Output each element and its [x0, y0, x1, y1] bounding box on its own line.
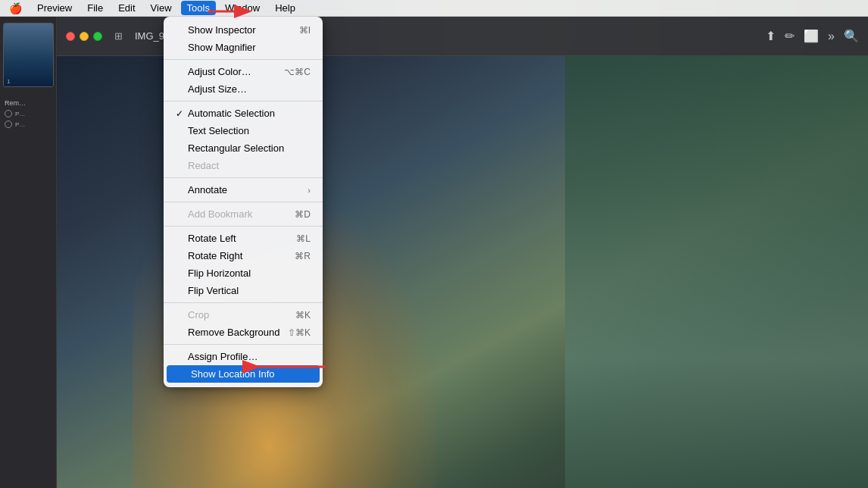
fullscreen-button[interactable]: [93, 32, 102, 41]
adjust-color-shortcut: ⌥⌘C: [284, 67, 311, 77]
rect-select-label: Rectangular Selection: [188, 142, 311, 154]
menu-section-annotate: Annotate ›: [164, 180, 323, 200]
menu-item-flip-horizontal[interactable]: Flip Horizontal: [164, 264, 323, 282]
thumbnail-image: [4, 23, 53, 86]
menu-item-crop: Crop ⌘K: [164, 306, 323, 324]
menu-tools[interactable]: Tools: [181, 1, 216, 15]
radio-item-1[interactable]: P…: [3, 108, 53, 119]
menu-edit[interactable]: Edit: [112, 1, 141, 15]
mac-menubar: 🍎 Preview File Edit View Tools Window He…: [0, 0, 868, 17]
menu-item-flip-vertical[interactable]: Flip Vertical: [164, 282, 323, 299]
assign-profile-label: Assign Profile…: [188, 351, 311, 362]
divider-3: [164, 177, 323, 178]
traffic-lights: [66, 32, 102, 41]
trees-area: [565, 56, 868, 488]
crop-toolbar-icon[interactable]: ⬜: [804, 29, 819, 43]
markup-icon[interactable]: ✏: [785, 29, 795, 43]
menu-section-inspector: Show Inspector ⌘I Show Magnifier: [164, 20, 323, 58]
menu-section-selection: ✓ Automatic Selection Text Selection Rec…: [164, 103, 323, 176]
close-button[interactable]: [66, 32, 75, 41]
menu-view[interactable]: View: [145, 1, 178, 15]
divider-5: [164, 226, 323, 227]
menu-item-automatic-selection[interactable]: ✓ Automatic Selection: [164, 105, 323, 122]
adjust-size-label: Adjust Size…: [188, 83, 311, 95]
menu-preview[interactable]: Preview: [31, 1, 78, 15]
divider-1: [164, 59, 323, 60]
menu-item-show-inspector[interactable]: Show Inspector ⌘I: [164, 21, 323, 39]
crop-shortcut: ⌘K: [295, 310, 311, 321]
menu-item-show-location-info[interactable]: Show Location Info: [167, 365, 320, 383]
location-info-label: Show Location Info: [191, 368, 308, 380]
annotate-submenu-arrow: ›: [308, 186, 311, 195]
menu-items: Preview File Edit View Tools Window Help: [31, 1, 301, 15]
menu-window[interactable]: Window: [219, 1, 266, 15]
menu-item-redact: Redact: [164, 157, 323, 174]
bookmark-shortcut: ⌘D: [295, 209, 311, 220]
radio-circle-2: [5, 120, 12, 128]
divider-7: [164, 344, 323, 345]
remove-bg-shortcut: ⇧⌘K: [288, 327, 311, 338]
menu-item-add-bookmark: Add Bookmark ⌘D: [164, 205, 323, 223]
window-switcher-icon[interactable]: ⊞: [114, 30, 123, 42]
rotate-right-label: Rotate Right: [188, 250, 295, 261]
app-window: 1 Rem… P… P… ⊞ IMG_905… ⬆ ✏ ⬜ » 🔍: [0, 17, 868, 488]
remove-bg-label: Remove Background: [188, 327, 288, 338]
bookmark-label: Add Bookmark: [188, 208, 295, 220]
text-select-label: Text Selection: [188, 125, 311, 136]
apple-logo[interactable]: 🍎: [9, 2, 22, 14]
flip-h-label: Flip Horizontal: [188, 267, 311, 279]
menu-section-crop: Crop ⌘K Remove Background ⇧⌘K: [164, 305, 323, 343]
menu-item-annotate[interactable]: Annotate ›: [164, 181, 323, 199]
menu-help[interactable]: Help: [269, 1, 301, 15]
menu-section-profile: Assign Profile… Show Location Info: [164, 346, 323, 384]
menu-item-adjust-size[interactable]: Adjust Size…: [164, 80, 323, 98]
inspector-shortcut: ⌘I: [299, 25, 311, 36]
annotate-label: Annotate: [188, 184, 308, 196]
thumbnail-label: 1: [7, 78, 10, 85]
radio-circle-1: [5, 110, 12, 117]
menu-file[interactable]: File: [81, 1, 109, 15]
rotate-left-shortcut: ⌘L: [296, 233, 311, 244]
auto-select-checkmark: ✓: [176, 108, 188, 119]
divider-4: [164, 202, 323, 202]
menu-item-adjust-color[interactable]: Adjust Color… ⌥⌘C: [164, 63, 323, 80]
more-icon[interactable]: »: [828, 30, 835, 43]
share-icon[interactable]: ⬆: [766, 29, 776, 43]
menu-item-rotate-left[interactable]: Rotate Left ⌘L: [164, 230, 323, 247]
redact-label: Redact: [188, 160, 311, 171]
menu-item-show-magnifier[interactable]: Show Magnifier: [164, 39, 323, 56]
adjust-color-label: Adjust Color…: [188, 66, 284, 77]
rotate-left-label: Rotate Left: [188, 233, 296, 244]
sidebar: 1 Rem… P… P…: [0, 17, 57, 488]
menu-section-adjust: Adjust Color… ⌥⌘C Adjust Size…: [164, 61, 323, 99]
divider-6: [164, 302, 323, 303]
crop-label: Crop: [188, 309, 295, 321]
sidebar-thumbnail[interactable]: 1: [3, 23, 54, 87]
tools-dropdown-menu: Show Inspector ⌘I Show Magnifier Adjust …: [164, 17, 323, 387]
search-icon[interactable]: 🔍: [844, 29, 859, 43]
flip-v-label: Flip Vertical: [188, 285, 311, 296]
menu-section-rotate: Rotate Left ⌘L Rotate Right ⌘R Flip Hori…: [164, 228, 323, 301]
auto-select-label: Automatic Selection: [188, 108, 311, 119]
menu-item-rectangular-selection[interactable]: Rectangular Selection: [164, 139, 323, 157]
menu-item-rotate-right[interactable]: Rotate Right ⌘R: [164, 247, 323, 264]
remove-bg-section-label: Rem…: [3, 98, 53, 108]
menu-item-remove-background[interactable]: Remove Background ⇧⌘K: [164, 324, 323, 341]
inspector-label: Show Inspector: [188, 24, 299, 36]
menu-item-text-selection[interactable]: Text Selection: [164, 122, 323, 139]
radio-text-1: P…: [15, 111, 25, 117]
menu-item-assign-profile[interactable]: Assign Profile…: [164, 348, 323, 365]
divider-2: [164, 101, 323, 102]
toolbar-icons: ⬆ ✏ ⬜ » 🔍: [766, 29, 859, 43]
minimize-button[interactable]: [80, 32, 89, 41]
radio-text-2: P…: [15, 121, 25, 128]
menu-section-bookmark: Add Bookmark ⌘D: [164, 204, 323, 224]
magnifier-label: Show Magnifier: [188, 42, 311, 53]
rotate-right-shortcut: ⌘R: [295, 251, 311, 261]
radio-item-2[interactable]: P…: [3, 119, 53, 130]
